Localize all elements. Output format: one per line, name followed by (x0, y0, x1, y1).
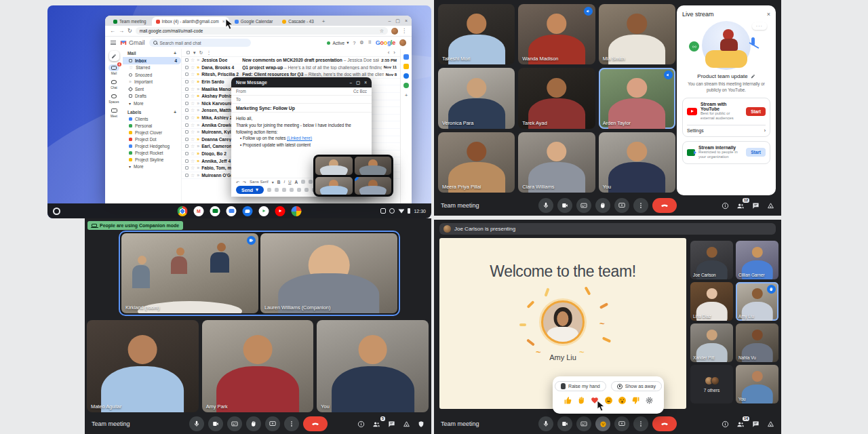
chat-shelf-icon[interactable] (243, 206, 253, 216)
send-button[interactable]: Send▾ (236, 186, 264, 194)
calendar-icon[interactable] (403, 54, 409, 60)
captions-button[interactable] (227, 416, 242, 431)
participant-tile[interactable]: You (736, 365, 778, 403)
insert-link-icon[interactable] (282, 188, 286, 192)
checkbox-icon[interactable] (185, 138, 189, 141)
importance-icon[interactable]: » (197, 159, 199, 163)
camera-button[interactable] (557, 416, 572, 431)
star-icon[interactable]: ☆ (191, 144, 195, 149)
rail-item-chat[interactable]: Chat (108, 79, 119, 90)
thumbs-up-emoji[interactable] (564, 396, 572, 405)
star-icon[interactable]: ☆ (191, 94, 195, 98)
importance-icon[interactable]: » (197, 101, 199, 106)
attach-icon[interactable] (275, 188, 279, 192)
email-row[interactable]: ☆»Jessica DoeNew comments on MCK2020 dra… (182, 57, 400, 64)
star-icon[interactable]: ☆ (191, 137, 195, 142)
tab-team-meeting[interactable]: Team meeting (109, 17, 151, 26)
participant-tile[interactable]: You (317, 320, 429, 412)
bold-button[interactable]: B (277, 180, 281, 184)
checkbox-icon[interactable] (185, 80, 189, 83)
meet-pip-window[interactable] (313, 155, 393, 197)
participant-tile[interactable]: Amy Park (202, 320, 314, 412)
list-icon[interactable] (309, 180, 313, 184)
importance-icon[interactable]: » (197, 65, 199, 70)
tab-gmail-inbox[interactable]: Inbox (4) - allanth@gmail.com × (152, 17, 229, 26)
redo-icon[interactable]: ↷ (243, 180, 246, 184)
add-label-icon[interactable]: + (174, 110, 176, 115)
activities-icon[interactable] (767, 202, 774, 210)
more-options-button[interactable] (633, 198, 648, 213)
underline-button[interactable]: U (288, 180, 291, 184)
font-selector[interactable]: Sans Serif (250, 180, 269, 184)
more-options-button[interactable] (633, 416, 648, 431)
select-all-checkbox[interactable] (186, 51, 190, 54)
settings-gear-icon[interactable]: ⚙ (359, 40, 363, 45)
drive-icon[interactable] (297, 188, 301, 192)
start-youtube-button[interactable]: Start (746, 107, 766, 116)
star-icon[interactable]: ☆ (191, 165, 195, 170)
italic-button[interactable]: I (283, 180, 285, 184)
status-selector[interactable]: Active▾ (327, 40, 349, 45)
compose-popout-icon[interactable]: ▢ (356, 80, 360, 85)
minimize-button[interactable]: – (388, 18, 391, 24)
sidebar-item-snoozed[interactable]: Snoozed (123, 71, 181, 79)
importance-icon[interactable]: » (197, 151, 199, 156)
raise-hand-button[interactable] (595, 198, 610, 213)
importance-icon[interactable]: » (197, 94, 199, 98)
compose-pencil-button[interactable] (109, 51, 119, 61)
new-tab-button[interactable]: + (322, 18, 326, 24)
people-icon[interactable]: 12 (736, 202, 745, 210)
star-icon[interactable]: ☆ (191, 151, 195, 156)
companion-mode-banner[interactable]: People are using Companion mode (87, 221, 183, 230)
star-icon[interactable]: ☆ (191, 123, 195, 127)
label-clients[interactable]: Clients (123, 116, 181, 123)
add-section-icon[interactable]: + (174, 51, 176, 56)
cc-bcc-toggle[interactable]: Cc Bcc (353, 89, 367, 94)
laugh-emoji[interactable] (604, 396, 613, 405)
add-addon-icon[interactable]: + (405, 92, 408, 98)
sidebar-item-drafts[interactable]: Drafts (123, 93, 181, 100)
formatting-icon[interactable] (267, 188, 271, 192)
account-avatar[interactable] (399, 39, 406, 46)
maximize-button[interactable]: ▢ (395, 18, 400, 24)
bookmark-icon[interactable]: ☆ (380, 28, 384, 34)
text-color-button[interactable]: A (294, 180, 298, 184)
star-icon[interactable]: ☆ (191, 58, 195, 62)
checkbox-icon[interactable] (185, 130, 189, 134)
companion-tile[interactable]: Lauren Williams (Companion) (260, 233, 397, 313)
info-icon[interactable] (722, 202, 729, 210)
reaction-settings-gear-icon[interactable] (645, 396, 654, 405)
address-bar[interactable]: mail.google.com/mail/u/mail-code ☆ (136, 27, 388, 35)
participant-tile[interactable]: Wanda Madison (518, 4, 595, 64)
undo-icon[interactable]: ↶ (236, 180, 239, 184)
compose-header[interactable]: New Message – ▢ × (231, 77, 372, 87)
label-project-hedgehog[interactable]: Project Hedgehog (123, 143, 181, 150)
star-icon[interactable]: ☆ (191, 87, 195, 92)
browser-menu-icon[interactable]: ⋮ (401, 28, 407, 34)
participant-tile[interactable]: Meera Priya Pillai (438, 132, 515, 193)
checkbox-icon[interactable] (185, 152, 189, 155)
importance-icon[interactable]: » (197, 123, 199, 127)
star-icon[interactable]: ☆ (191, 79, 195, 84)
email-row[interactable]: ☆»Dana, Brooks 4Q1 project wrap-up – Her… (182, 64, 400, 72)
sidebar-item-starred[interactable]: ☆Starred (123, 64, 181, 72)
participant-tile[interactable]: Clara Williams (518, 132, 595, 193)
checkbox-icon[interactable] (185, 94, 189, 98)
raise-hand-button[interactable] (246, 416, 261, 431)
next-page-icon[interactable]: › (393, 50, 395, 56)
sidebar-item-important[interactable]: »Important (123, 79, 181, 86)
info-icon[interactable] (357, 420, 365, 428)
close-button[interactable]: × (405, 18, 408, 24)
people-icon[interactable]: 5 (372, 420, 380, 428)
youtube-icon[interactable] (275, 206, 285, 216)
meet-shelf-icon[interactable] (210, 206, 220, 216)
star-icon[interactable]: ☆ (191, 108, 195, 113)
participant-tile[interactable]: Mia Smith (599, 4, 675, 64)
checkbox-icon[interactable] (185, 58, 189, 62)
to-field[interactable]: To (231, 96, 372, 104)
files-icon[interactable] (226, 206, 237, 216)
present-button[interactable] (614, 198, 629, 213)
people-icon[interactable]: 14 (736, 420, 745, 428)
importance-icon[interactable]: » (197, 108, 199, 113)
start-internal-button[interactable]: Start (746, 148, 766, 157)
